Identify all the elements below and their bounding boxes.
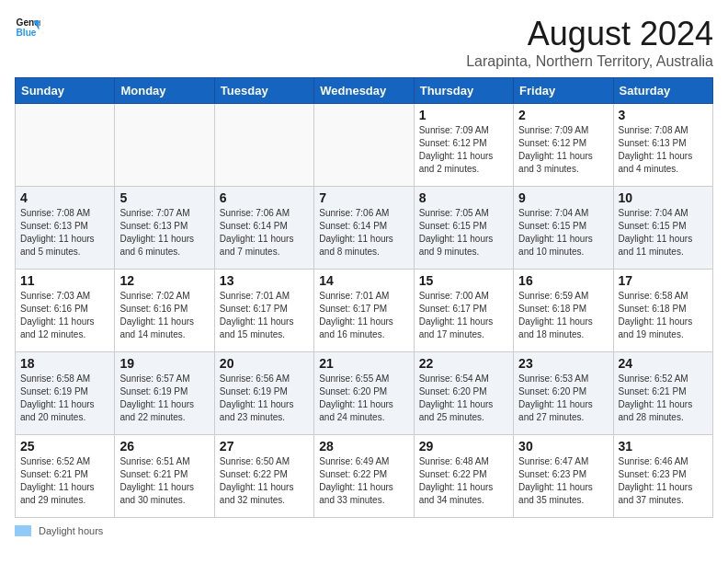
calendar-cell: 1Sunrise: 7:09 AM Sunset: 6:12 PM Daylig… (414, 104, 513, 187)
day-number: 13 (220, 273, 309, 288)
cell-detail: Sunrise: 7:08 AM Sunset: 6:13 PM Dayligh… (619, 124, 708, 176)
cell-detail: Sunrise: 6:58 AM Sunset: 6:19 PM Dayligh… (20, 373, 109, 424)
day-number: 20 (220, 356, 309, 371)
calendar-week-row: 11Sunrise: 7:03 AM Sunset: 6:16 PM Dayli… (16, 270, 713, 352)
calendar-cell (115, 104, 214, 187)
calendar-cell: 9Sunrise: 7:04 AM Sunset: 6:15 PM Daylig… (514, 187, 613, 270)
day-number: 29 (419, 439, 508, 454)
cell-detail: Sunrise: 6:59 AM Sunset: 6:18 PM Dayligh… (518, 290, 608, 341)
page-header: General Blue August 2024 Larapinta, Nort… (15, 15, 713, 70)
day-number: 18 (20, 356, 109, 371)
day-number: 6 (220, 190, 309, 205)
day-number: 12 (119, 273, 209, 288)
day-header-cell: Friday (514, 78, 613, 104)
calendar-subtitle: Larapinta, Northern Territory, Australia (466, 53, 713, 70)
calendar-cell: 31Sunrise: 6:46 AM Sunset: 6:23 PM Dayli… (613, 435, 712, 518)
day-header-cell: Sunday (16, 78, 115, 104)
day-number: 31 (619, 439, 708, 454)
calendar-cell: 30Sunrise: 6:47 AM Sunset: 6:23 PM Dayli… (514, 435, 613, 518)
calendar-cell: 2Sunrise: 7:09 AM Sunset: 6:12 PM Daylig… (514, 104, 613, 187)
calendar-cell (16, 104, 115, 187)
logo-icon: General Blue (15, 15, 40, 40)
day-number: 19 (119, 356, 209, 371)
day-number: 27 (220, 439, 309, 454)
calendar-cell: 19Sunrise: 6:57 AM Sunset: 6:19 PM Dayli… (115, 352, 214, 435)
day-header-cell: Thursday (414, 78, 513, 104)
calendar-week-row: 1Sunrise: 7:09 AM Sunset: 6:12 PM Daylig… (16, 104, 713, 187)
day-number: 3 (619, 108, 708, 122)
cell-detail: Sunrise: 6:51 AM Sunset: 6:21 PM Dayligh… (119, 455, 209, 507)
logo: General Blue (15, 15, 40, 40)
day-number: 22 (419, 356, 508, 371)
cell-detail: Sunrise: 7:09 AM Sunset: 6:12 PM Dayligh… (518, 124, 608, 176)
day-header-cell: Tuesday (214, 78, 313, 104)
calendar-cell (214, 104, 313, 187)
calendar-cell: 26Sunrise: 6:51 AM Sunset: 6:21 PM Dayli… (115, 435, 214, 518)
cell-detail: Sunrise: 6:48 AM Sunset: 6:22 PM Dayligh… (419, 455, 508, 507)
day-number: 17 (619, 273, 708, 288)
cell-detail: Sunrise: 6:58 AM Sunset: 6:18 PM Dayligh… (619, 290, 708, 341)
cell-detail: Sunrise: 6:47 AM Sunset: 6:23 PM Dayligh… (518, 455, 608, 507)
calendar-cell: 21Sunrise: 6:55 AM Sunset: 6:20 PM Dayli… (314, 352, 414, 435)
cell-detail: Sunrise: 6:52 AM Sunset: 6:21 PM Dayligh… (20, 455, 109, 507)
cell-detail: Sunrise: 7:04 AM Sunset: 6:15 PM Dayligh… (619, 207, 708, 259)
calendar-cell: 20Sunrise: 6:56 AM Sunset: 6:19 PM Dayli… (214, 352, 313, 435)
day-number: 9 (518, 190, 608, 205)
cell-detail: Sunrise: 7:03 AM Sunset: 6:16 PM Dayligh… (20, 290, 109, 341)
cell-detail: Sunrise: 6:52 AM Sunset: 6:21 PM Dayligh… (619, 373, 708, 424)
calendar-cell: 3Sunrise: 7:08 AM Sunset: 6:13 PM Daylig… (613, 104, 712, 187)
cell-detail: Sunrise: 7:02 AM Sunset: 6:16 PM Dayligh… (119, 290, 209, 341)
day-number: 24 (619, 356, 708, 371)
day-number: 5 (119, 190, 209, 205)
footer-label: Daylight hours (39, 525, 103, 536)
day-number: 10 (619, 190, 708, 205)
calendar-cell: 11Sunrise: 7:03 AM Sunset: 6:16 PM Dayli… (16, 270, 115, 352)
day-number: 11 (20, 273, 109, 288)
day-header-cell: Saturday (613, 78, 712, 104)
cell-detail: Sunrise: 7:06 AM Sunset: 6:14 PM Dayligh… (319, 207, 408, 259)
daylight-swatch (15, 525, 31, 536)
cell-detail: Sunrise: 6:49 AM Sunset: 6:22 PM Dayligh… (319, 455, 408, 507)
day-number: 7 (319, 190, 408, 205)
day-number: 8 (419, 190, 508, 205)
calendar-cell: 12Sunrise: 7:02 AM Sunset: 6:16 PM Dayli… (115, 270, 214, 352)
cell-detail: Sunrise: 7:00 AM Sunset: 6:17 PM Dayligh… (419, 290, 508, 341)
day-header-row: SundayMondayTuesdayWednesdayThursdayFrid… (16, 78, 713, 104)
footer: Daylight hours (15, 525, 713, 536)
day-number: 28 (319, 439, 408, 454)
calendar-cell: 27Sunrise: 6:50 AM Sunset: 6:22 PM Dayli… (214, 435, 313, 518)
cell-detail: Sunrise: 6:46 AM Sunset: 6:23 PM Dayligh… (619, 455, 708, 507)
calendar-cell: 7Sunrise: 7:06 AM Sunset: 6:14 PM Daylig… (314, 187, 414, 270)
calendar-table: SundayMondayTuesdayWednesdayThursdayFrid… (15, 77, 713, 518)
day-number: 16 (518, 273, 608, 288)
calendar-cell: 29Sunrise: 6:48 AM Sunset: 6:22 PM Dayli… (414, 435, 513, 518)
calendar-cell: 13Sunrise: 7:01 AM Sunset: 6:17 PM Dayli… (214, 270, 313, 352)
calendar-week-row: 4Sunrise: 7:08 AM Sunset: 6:13 PM Daylig… (16, 187, 713, 270)
day-number: 2 (518, 108, 608, 122)
cell-detail: Sunrise: 7:06 AM Sunset: 6:14 PM Dayligh… (220, 207, 309, 259)
cell-detail: Sunrise: 7:01 AM Sunset: 6:17 PM Dayligh… (319, 290, 408, 341)
calendar-cell: 10Sunrise: 7:04 AM Sunset: 6:15 PM Dayli… (613, 187, 712, 270)
day-number: 14 (319, 273, 408, 288)
day-header-cell: Monday (115, 78, 214, 104)
calendar-cell: 22Sunrise: 6:54 AM Sunset: 6:20 PM Dayli… (414, 352, 513, 435)
cell-detail: Sunrise: 7:05 AM Sunset: 6:15 PM Dayligh… (419, 207, 508, 259)
calendar-cell: 18Sunrise: 6:58 AM Sunset: 6:19 PM Dayli… (16, 352, 115, 435)
svg-text:Blue: Blue (17, 28, 37, 38)
calendar-cell (314, 104, 414, 187)
day-number: 21 (319, 356, 408, 371)
day-number: 30 (518, 439, 608, 454)
cell-detail: Sunrise: 6:55 AM Sunset: 6:20 PM Dayligh… (319, 373, 408, 424)
calendar-week-row: 25Sunrise: 6:52 AM Sunset: 6:21 PM Dayli… (16, 435, 713, 518)
calendar-cell: 25Sunrise: 6:52 AM Sunset: 6:21 PM Dayli… (16, 435, 115, 518)
title-block: August 2024 Larapinta, Northern Territor… (466, 15, 713, 70)
day-number: 15 (419, 273, 508, 288)
calendar-cell: 16Sunrise: 6:59 AM Sunset: 6:18 PM Dayli… (514, 270, 613, 352)
cell-detail: Sunrise: 6:53 AM Sunset: 6:20 PM Dayligh… (518, 373, 608, 424)
cell-detail: Sunrise: 7:09 AM Sunset: 6:12 PM Dayligh… (419, 124, 508, 176)
day-number: 26 (119, 439, 209, 454)
cell-detail: Sunrise: 7:08 AM Sunset: 6:13 PM Dayligh… (20, 207, 109, 259)
cell-detail: Sunrise: 6:54 AM Sunset: 6:20 PM Dayligh… (419, 373, 508, 424)
cell-detail: Sunrise: 6:57 AM Sunset: 6:19 PM Dayligh… (119, 373, 209, 424)
day-number: 25 (20, 439, 109, 454)
